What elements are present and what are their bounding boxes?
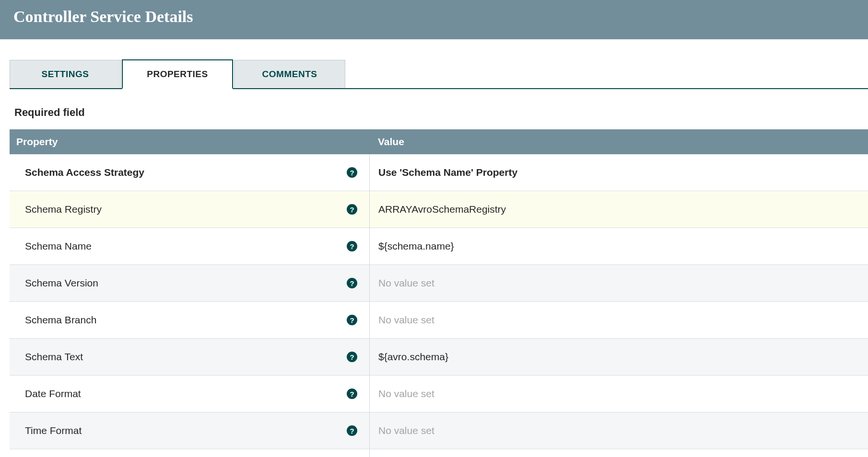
property-name: Schema Text [16,345,341,368]
required-field-label: Required field [14,106,868,119]
table-row[interactable]: Schema Text?${avro.schema} [10,339,868,376]
help-wrap: ? [341,315,363,325]
property-name: Schema Access Strategy [16,161,341,184]
property-name: Schema Branch [16,308,341,331]
table-row[interactable]: Schema Branch?No value set [10,302,868,339]
tab-bar: SETTINGS PROPERTIES COMMENTS [10,59,868,89]
tab-properties[interactable]: PROPERTIES [122,59,233,89]
value-cell[interactable]: No value set [369,449,868,457]
help-wrap: ? [341,425,363,436]
table-row[interactable]: Time Format?No value set [10,412,868,449]
property-cell: Schema Branch? [10,302,369,338]
help-icon[interactable]: ? [347,315,357,325]
help-icon[interactable]: ? [347,352,357,362]
help-wrap: ? [341,388,363,399]
table-row[interactable]: Schema Access Strategy?Use 'Schema Name'… [10,154,868,191]
value-cell[interactable]: ARRAYAvroSchemaRegistry [369,191,868,228]
tab-comments[interactable]: COMMENTS [234,60,345,88]
property-value: No value set [378,425,434,436]
value-cell[interactable]: ${schema.name} [369,228,868,264]
property-name: Schema Name [16,235,341,258]
property-value: No value set [378,277,434,289]
property-value: Use 'Schema Name' Property [378,167,517,178]
table-row[interactable]: Schema Version?No value set [10,265,868,302]
property-cell: Schema Name? [10,228,369,264]
value-cell[interactable]: Use 'Schema Name' Property [369,154,868,191]
help-wrap: ? [341,204,363,215]
property-value: ${schema.name} [378,240,454,252]
table-header-row: Property Value [10,129,868,154]
dialog-header: Controller Service Details [0,0,868,39]
value-cell[interactable]: ${avro.schema} [369,339,868,375]
help-icon[interactable]: ? [347,167,357,178]
help-wrap: ? [341,241,363,251]
table-row[interactable]: Schema Registry?ARRAYAvroSchemaRegistry [10,191,868,228]
properties-table: Property Value Schema Access Strategy?Us… [10,129,868,457]
property-name: Schema Version [16,272,341,295]
help-wrap: ? [341,352,363,362]
help-wrap: ? [341,278,363,288]
help-icon[interactable]: ? [347,204,357,215]
help-icon[interactable]: ? [347,241,357,251]
table-row[interactable]: Schema Name?${schema.name} [10,228,868,265]
property-cell: Time Format? [10,412,369,449]
help-icon[interactable]: ? [347,278,357,288]
help-icon[interactable]: ? [347,388,357,399]
value-cell[interactable]: No value set [369,302,868,338]
help-icon[interactable]: ? [347,425,357,436]
property-name: Schema Registry [16,198,341,221]
help-wrap: ? [341,167,363,178]
dialog-title: Controller Service Details [13,8,855,26]
value-cell[interactable]: No value set [369,376,868,412]
dialog-content: SETTINGS PROPERTIES COMMENTS Required fi… [0,59,868,457]
property-cell: Schema Text? [10,339,369,375]
property-value: ARRAYAvroSchemaRegistry [378,204,506,215]
property-cell: Date Format? [10,376,369,412]
property-value: No value set [378,388,434,400]
header-property: Property [10,129,369,154]
property-value: ${avro.schema} [378,351,448,363]
value-cell[interactable]: No value set [369,265,868,301]
table-row[interactable]: Date Format?No value set [10,376,868,412]
property-cell: Schema Access Strategy? [10,154,369,191]
property-cell: Timestamp Format? [10,449,369,457]
property-name: Time Format [16,419,341,442]
tab-settings[interactable]: SETTINGS [10,60,121,88]
property-value: No value set [378,314,434,326]
table-row[interactable]: Timestamp Format?No value set [10,449,868,457]
header-value: Value [369,129,868,154]
value-cell[interactable]: No value set [369,412,868,449]
property-name: Date Format [16,382,341,405]
property-cell: Schema Version? [10,265,369,301]
property-cell: Schema Registry? [10,191,369,228]
